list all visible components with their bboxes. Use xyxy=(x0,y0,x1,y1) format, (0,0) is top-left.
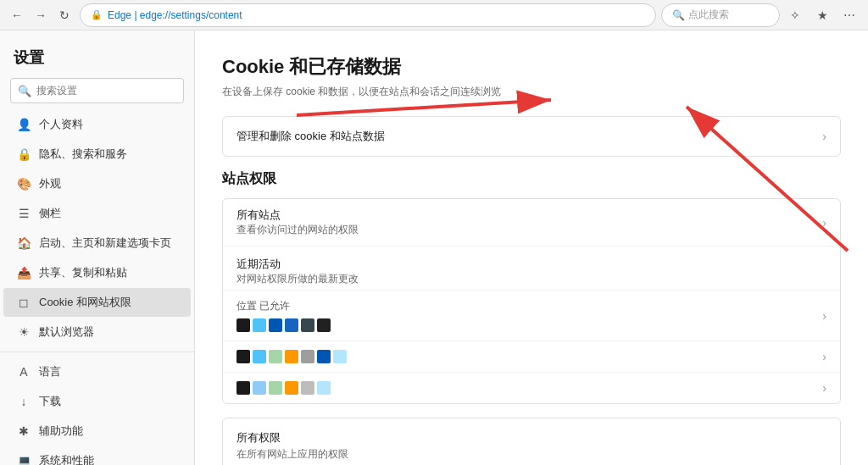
r2-dot-4 xyxy=(285,350,298,363)
site-permissions-title: 站点权限 xyxy=(222,170,841,188)
back-button[interactable]: ← xyxy=(7,5,27,25)
search-placeholder: 点此搜索 xyxy=(688,8,729,22)
sidebar-title: 设置 xyxy=(0,37,194,75)
manage-cookies-card[interactable]: 管理和删除 cookie 和站点数据 › xyxy=(222,116,841,157)
all-permissions-card[interactable]: 所有权限 在所有网站上应用的权限 xyxy=(222,418,841,465)
browser-chrome: ← → ↻ 🔒 Edge | edge://settings/content 🔍… xyxy=(0,0,868,30)
system-icon: 💻 xyxy=(17,454,31,465)
sidebar-label-privacy: 隐私、搜索和服务 xyxy=(39,147,127,162)
recent-activity-header: 近期活动 对网站权限所做的最新更改 xyxy=(223,246,840,291)
sidebar-label-sidebar: 侧栏 xyxy=(39,206,61,221)
privacy-icon: 🔒 xyxy=(17,147,31,161)
search-bar[interactable]: 🔍 点此搜索 xyxy=(661,3,780,27)
address-path: | edge:// xyxy=(134,9,170,21)
all-permissions-title: 所有权限 xyxy=(236,430,348,446)
sidebar-label-profile: 个人资料 xyxy=(39,117,83,132)
all-sites-chevron: › xyxy=(822,216,826,230)
address-settings: settings xyxy=(171,9,206,21)
location-chevron: › xyxy=(822,309,826,323)
menu-button[interactable]: ⋯ xyxy=(837,3,861,27)
forward-button[interactable]: → xyxy=(31,5,51,25)
color-dot-5 xyxy=(301,318,314,332)
toolbar-right: 🔍 点此搜索 ✧ ★ ⋯ xyxy=(661,3,861,27)
sidebar-label-share: 共享、复制和粘贴 xyxy=(39,265,127,280)
sidebar-item-cookies[interactable]: ◻ Cookie 和网站权限 xyxy=(3,288,191,317)
extensions-button[interactable]: ✧ xyxy=(783,3,807,27)
r3-dot-2 xyxy=(253,381,266,395)
language-icon: A xyxy=(17,365,31,379)
sidebar-item-share[interactable]: 📤 共享、复制和粘贴 xyxy=(3,258,191,287)
profile-icon: 👤 xyxy=(17,118,31,131)
row2[interactable]: › xyxy=(223,341,840,373)
color-dot-2 xyxy=(253,318,266,332)
sidebar-label-system: 系统和性能 xyxy=(39,453,94,465)
r3-dot-6 xyxy=(317,381,331,395)
sidebar-item-accessibility[interactable]: ✱ 辅助功能 xyxy=(3,417,191,446)
sidebar-search[interactable]: 🔍 xyxy=(10,78,184,103)
manage-cookies-card-content: 管理和删除 cookie 和站点数据 xyxy=(236,129,385,144)
row3[interactable]: › xyxy=(223,373,840,403)
row3-color-dots xyxy=(236,381,331,395)
address-text: Edge | edge://settings/content xyxy=(108,9,242,21)
sidebar-item-system[interactable]: 💻 系统和性能 xyxy=(3,446,191,465)
sidebar-item-language[interactable]: A 语言 xyxy=(3,357,191,386)
sidebar-item-appearance[interactable]: 🎨 外观 xyxy=(3,169,191,198)
location-content: 位置 已允许 xyxy=(236,299,331,332)
page-title: Cookie 和已存储数据 xyxy=(222,54,841,80)
r3-dot-4 xyxy=(285,381,298,395)
recent-activity-subtitle: 对网站权限所做的最新更改 xyxy=(236,272,826,286)
sidebar-divider-1 xyxy=(0,352,194,352)
color-dot-3 xyxy=(269,318,282,332)
location-color-dots xyxy=(236,318,331,332)
sidebar: 设置 🔍 👤 个人资料 🔒 隐私、搜索和服务 🎨 外观 ☰ 侧栏 🏠 启动、主页… xyxy=(0,30,195,465)
all-sites-content: 所有站点 查看你访问过的网站的权限 xyxy=(236,208,359,237)
nav-buttons: ← → ↻ xyxy=(7,5,75,25)
appearance-icon: 🎨 xyxy=(17,177,31,191)
sidebar-item-sidebar[interactable]: ☰ 侧栏 xyxy=(3,199,191,228)
r3-dot-3 xyxy=(269,381,282,395)
recent-activity-title: 近期活动 xyxy=(236,257,826,272)
browser-icon: ☀ xyxy=(17,325,31,339)
sidebar-label-download: 下载 xyxy=(39,394,61,409)
refresh-button[interactable]: ↻ xyxy=(54,5,75,25)
address-bar[interactable]: 🔒 Edge | edge://settings/content xyxy=(80,3,656,27)
all-permissions-content: 所有权限 在所有网站上应用的权限 xyxy=(236,430,348,462)
sidebar-item-startup[interactable]: 🏠 启动、主页和新建选项卡页 xyxy=(3,229,191,257)
main-layout: 设置 🔍 👤 个人资料 🔒 隐私、搜索和服务 🎨 外观 ☰ 侧栏 🏠 启动、主页… xyxy=(0,30,868,465)
r3-dot-1 xyxy=(236,381,250,395)
content-area: Cookie 和已存储数据 在设备上保存 cookie 和数据，以便在站点和会话… xyxy=(195,30,868,465)
sidebar-label-cookies: Cookie 和网站权限 xyxy=(39,295,131,310)
all-permissions-subtitle: 在所有网站上应用的权限 xyxy=(236,447,348,462)
brand-label: Edge xyxy=(108,9,131,21)
search-icon: 🔍 xyxy=(672,9,685,21)
sidebar-item-profile[interactable]: 👤 个人资料 xyxy=(3,110,191,139)
search-input[interactable] xyxy=(36,85,176,97)
sidebar-item-download[interactable]: ↓ 下载 xyxy=(3,387,191,416)
sidebar-label-startup: 启动、主页和新建选项卡页 xyxy=(39,235,171,251)
lock-icon: 🔒 xyxy=(91,9,103,20)
share-icon: 📤 xyxy=(17,266,31,280)
location-row[interactable]: 位置 已允许 › xyxy=(223,291,840,341)
r2-dot-2 xyxy=(253,350,266,363)
all-sites-title: 所有站点 xyxy=(236,208,359,223)
address-content: /content xyxy=(206,9,242,21)
r2-dot-7 xyxy=(333,350,347,363)
sidebar-item-browser[interactable]: ☀ 默认浏览器 xyxy=(3,318,191,346)
location-label: 位置 已允许 xyxy=(236,299,331,313)
svg-line-2 xyxy=(297,100,551,115)
search-icon: 🔍 xyxy=(18,85,31,97)
row3-content xyxy=(236,381,331,395)
color-dot-4 xyxy=(285,318,298,332)
row2-color-dots xyxy=(236,350,347,363)
color-dot-1 xyxy=(236,318,250,332)
sidebar-label-appearance: 外观 xyxy=(39,176,61,191)
download-icon: ↓ xyxy=(17,395,31,408)
sidebar-item-privacy[interactable]: 🔒 隐私、搜索和服务 xyxy=(3,140,191,169)
r2-dot-5 xyxy=(301,350,314,363)
startup-icon: 🏠 xyxy=(17,236,31,250)
sidebar-label-accessibility: 辅助功能 xyxy=(39,423,83,439)
all-sites-row[interactable]: 所有站点 查看你访问过的网站的权限 › xyxy=(223,199,840,246)
r2-dot-6 xyxy=(317,350,331,363)
favorites-button[interactable]: ★ xyxy=(810,3,834,27)
all-permissions-section: 所有权限 在所有网站上应用的权限 xyxy=(222,418,841,465)
